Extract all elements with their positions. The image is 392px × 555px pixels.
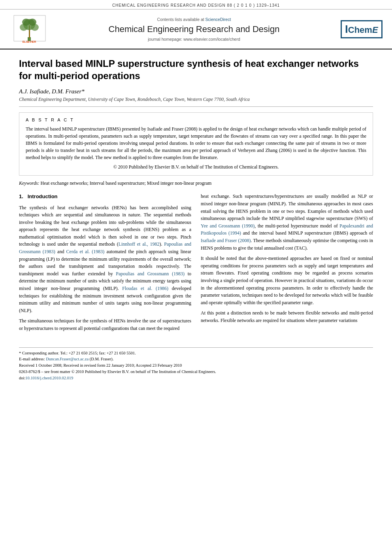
footer-email: E-mail address: Duncan.Fraser@uct.ac.za …: [19, 356, 373, 362]
col2-paragraph1: heat exchange. Such superstructures/hype…: [201, 193, 373, 252]
ichemE-logo: IChemE: [341, 20, 380, 38]
abstract-text: The interval based MINLP superstructure …: [26, 125, 366, 170]
footer-doi: doi:10.1016/j.cherd.2010.02.019: [19, 375, 373, 381]
footer-email-link[interactable]: Duncan.Fraser@uct.ac.za: [46, 357, 89, 361]
linnhoff-ref[interactable]: Linnhoff et al., 1982: [119, 241, 160, 247]
elsevier-logo: ELSEVIER: [12, 13, 47, 45]
elsevier-tree-svg: ELSEVIER: [12, 13, 47, 43]
sciencedirect-link[interactable]: ScienceDirect: [205, 17, 231, 22]
section1-title-text: Introduction: [28, 193, 58, 199]
col1-paragraph2: The simultaneous techniques for the synt…: [19, 317, 191, 332]
papoulias-ref2[interactable]: Papoulias and Grossmann (1983): [116, 271, 185, 277]
footer-issn: 0263-8762/$ – see front matter © 2010 Pu…: [19, 369, 373, 375]
ichemE-I: I: [345, 23, 348, 35]
journal-homepage: journal homepage: www.elsevier.com/locat…: [51, 37, 337, 42]
footer-corresponding: * Corresponding author. Tel.: +27 21 650…: [19, 350, 373, 356]
affiliation: Chemical Engineering Department, Univers…: [19, 97, 373, 107]
svg-point-6: [28, 19, 36, 26]
abstract-section: A B S T R A C T The interval based MINLP…: [19, 112, 373, 176]
journal-top-bar: CHEMICAL ENGINEERING RESEARCH AND DESIGN…: [0, 0, 392, 9]
keywords-label: Keywords:: [19, 180, 40, 186]
sciencedirect-line: Contents lists available at ScienceDirec…: [51, 17, 337, 22]
section1-title: [24, 193, 26, 199]
contents-available-text: Contents lists available at: [157, 17, 205, 22]
section1-number: 1.: [19, 193, 23, 199]
col2-paragraph2: It should be noted that the above-mentio…: [201, 255, 373, 306]
keywords-text: Heat exchange networks; Interval based s…: [41, 180, 212, 186]
journal-title: Chemical Engineering Research and Design: [51, 24, 337, 34]
yee-grossmann-ref[interactable]: Yee and Grossmann (1990): [201, 223, 254, 229]
two-column-body: 1. Introduction The synthesis of heat ex…: [19, 193, 373, 335]
footer-notes: * Corresponding author. Tel.: +27 21 650…: [19, 347, 373, 381]
journal-citation: CHEMICAL ENGINEERING RESEARCH AND DESIGN…: [112, 3, 280, 8]
keywords: Keywords: Heat exchange networks; Interv…: [19, 180, 373, 186]
journal-header: ELSEVIER Contents lists available at Sci…: [0, 9, 392, 49]
cerda-ref[interactable]: Cerda et al. (1983): [66, 249, 105, 254]
right-column: heat exchange. Such superstructures/hype…: [201, 193, 373, 335]
col1-paragraph1: The synthesis of heat exchanger networks…: [19, 204, 191, 314]
article-content: Interval based MINLP superstructure synt…: [0, 49, 392, 343]
footer-doi-link[interactable]: 10.1016/j.cherd.2010.02.019: [25, 376, 73, 380]
svg-text:ELSEVIER: ELSEVIER: [23, 40, 36, 43]
page: CHEMICAL ENGINEERING RESEARCH AND DESIGN…: [0, 0, 392, 555]
authors: A.J. Isafiade, D.M. Fraser*: [19, 88, 373, 95]
abstract-heading: A B S T R A C T: [26, 117, 366, 122]
ichemE-rest: Chem: [348, 25, 372, 35]
ichemE-box: IChemE: [341, 20, 383, 38]
section1-heading: 1. Introduction: [19, 193, 191, 201]
floudas-ref[interactable]: Floudas et al. (1986): [122, 286, 168, 291]
isafiade-fraser-ref[interactable]: Isafiade and Fraser (2008): [201, 238, 251, 243]
ichemE-E: E: [372, 25, 378, 35]
left-column: 1. Introduction The synthesis of heat ex…: [19, 193, 191, 335]
journal-center: Contents lists available at ScienceDirec…: [47, 17, 341, 42]
article-title: Interval based MINLP superstructure synt…: [19, 57, 373, 82]
abstract-copyright: © 2010 Published by Elsevier B.V. on beh…: [26, 163, 366, 170]
footer-received: Received 1 October 2008; Received in rev…: [19, 362, 373, 369]
col2-paragraph3: At this point a distinction needs to be …: [201, 309, 373, 324]
papoulias-ref1[interactable]: Papoulias and Grossmann (1983): [19, 241, 191, 254]
